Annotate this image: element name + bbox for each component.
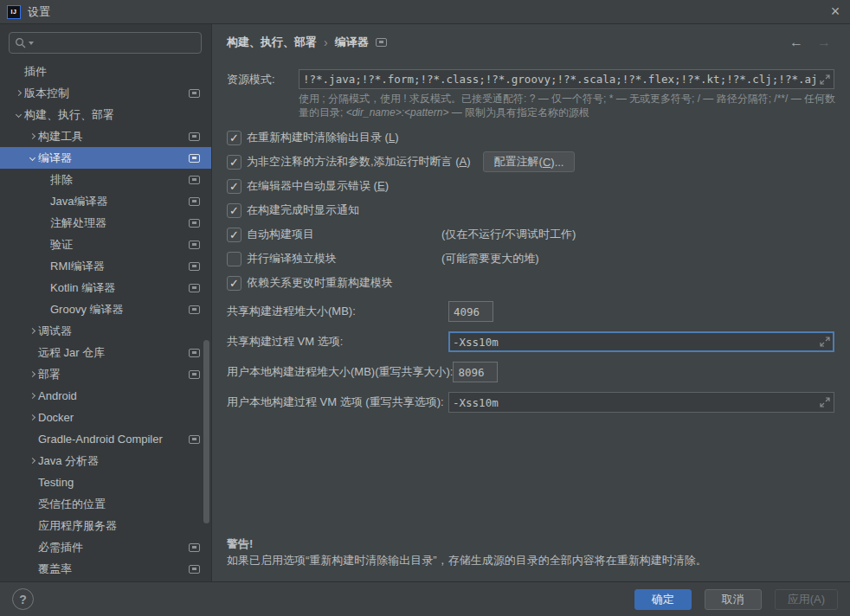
tree-chevron-icon[interactable] [26, 329, 38, 333]
display-errors-checkbox[interactable]: ✓ [227, 179, 241, 194]
sidebar-tree-item[interactable]: 排除 [0, 169, 212, 190]
tree-chevron-icon[interactable] [38, 307, 50, 311]
tree-chevron-icon[interactable] [12, 69, 24, 74]
sidebar-tree-item[interactable]: 版本控制 [0, 82, 212, 104]
tree-chevron-icon[interactable] [26, 523, 38, 528]
sidebar-tree-item[interactable]: Java编译器 [0, 190, 212, 212]
settings-search-box[interactable] [9, 32, 202, 54]
build-project-automatically-checkbox[interactable]: ✓ [227, 228, 241, 242]
resource-patterns-label: 资源模式: [227, 72, 299, 87]
tree-chevron-icon[interactable] [26, 394, 38, 398]
sidebar-tree-item[interactable]: 插件 [0, 61, 212, 82]
tree-chevron-icon[interactable] [38, 177, 50, 182]
settings-page-icon [189, 543, 200, 552]
tree-item-label: 排除 [50, 172, 73, 188]
settings-page-icon [376, 38, 387, 47]
user-heap-size-input[interactable] [458, 363, 493, 382]
checkbox-label: 在构建完成时显示通知 [247, 202, 359, 218]
expand-field-icon[interactable] [820, 337, 830, 347]
configure-annotations-button[interactable]: 配置注解(C)... [483, 151, 576, 172]
sidebar-tree-item[interactable]: 应用程序服务器 [0, 515, 212, 536]
settings-dialog: IJ 设置 × 插件 版本控制 构建、执行、部署 [0, 0, 850, 616]
sidebar-tree-item[interactable]: Gradle-Android Compiler [0, 428, 212, 450]
tree-chevron-icon[interactable] [26, 415, 38, 420]
back-arrow-icon[interactable]: ← [789, 35, 803, 50]
settings-page-icon [189, 241, 200, 249]
resource-patterns-input[interactable] [303, 73, 816, 86]
tree-chevron-icon[interactable] [38, 264, 50, 268]
sidebar-tree-item[interactable]: 远程 Jar 仓库 [0, 342, 212, 363]
tree-chevron-icon[interactable] [26, 134, 38, 138]
settings-page-icon [189, 370, 200, 379]
sidebar-tree-item[interactable]: Testing [0, 472, 212, 493]
clear-output-directory-checkbox[interactable]: ✓ [227, 131, 241, 145]
ok-button[interactable]: 确定 [634, 589, 692, 610]
tree-chevron-icon[interactable] [12, 112, 24, 117]
checkbox-label: 在重新构建时清除输出目录 (L) [247, 130, 399, 145]
tree-chevron-icon[interactable] [26, 156, 38, 160]
expand-field-icon[interactable] [820, 397, 830, 407]
tree-chevron-icon[interactable] [38, 199, 50, 203]
search-input[interactable] [34, 37, 196, 49]
tree-chevron-icon[interactable] [12, 91, 24, 95]
sidebar-tree-item[interactable]: 构建、执行、部署 [0, 104, 212, 125]
apply-button[interactable]: 应用(A) [775, 589, 838, 610]
tree-chevron-icon[interactable] [26, 459, 38, 463]
tree-chevron-icon[interactable] [26, 350, 38, 355]
sidebar-tree-item[interactable]: Android [0, 385, 212, 407]
tree-chevron-icon[interactable] [38, 286, 50, 290]
sidebar-tree-item[interactable]: 必需插件 [0, 536, 212, 558]
checkbox-note: (可能需要更大的堆) [441, 251, 539, 266]
sidebar-tree-item[interactable]: 覆盖率 [0, 558, 212, 580]
tree-chevron-icon[interactable] [26, 502, 38, 506]
runtime-assertions-checkbox[interactable]: ✓ [227, 155, 241, 170]
shared-heap-size-field [448, 301, 493, 322]
forward-arrow-icon[interactable]: → [817, 35, 831, 50]
cancel-button[interactable]: 取消 [705, 589, 762, 610]
sidebar-tree-item[interactable]: RMI编译器 [0, 255, 212, 277]
tree-chevron-icon[interactable] [26, 480, 38, 484]
user-vm-options-row: 用户本地构建过程 VM 选项 (重写共享选项): [227, 392, 834, 413]
close-icon[interactable]: × [821, 0, 850, 24]
tree-item-label: RMI编译器 [50, 259, 105, 274]
shared-heap-size-row: 共享构建进程堆大小(MB): [227, 301, 834, 322]
tree-chevron-icon[interactable] [38, 221, 50, 225]
breadcrumb-build-execution-deployment[interactable]: 构建、执行、部署 [227, 35, 317, 50]
sidebar-tree-item[interactable]: 构建工具 [0, 125, 212, 147]
sidebar-tree-item[interactable]: Java 分析器 [0, 450, 212, 472]
tree-item-label: 版本控制 [24, 86, 69, 101]
parallel-compile-checkbox[interactable] [227, 252, 241, 266]
help-icon[interactable]: ? [12, 588, 34, 610]
sidebar-tree-item[interactable]: Docker [0, 407, 212, 428]
hint-italic-text: <dir_name>:<pattern> [346, 106, 449, 119]
shared-heap-size-input[interactable] [454, 302, 488, 321]
sidebar-tree-item[interactable]: 部署 [0, 363, 212, 385]
sidebar-scrollbar-thumb[interactable] [203, 340, 209, 523]
sidebar-tree-item[interactable]: 编译器 [0, 147, 212, 169]
settings-page-icon [189, 154, 200, 163]
settings-tree: 插件 版本控制 构建、执行、部署 构建工具 编译器 排除 [0, 61, 212, 581]
dialog-buttons: 确定 取消 应用(A) [634, 589, 838, 610]
user-vm-options-input[interactable] [453, 396, 816, 409]
tree-chevron-icon[interactable] [26, 545, 38, 549]
sidebar-tree-item[interactable]: 注解处理器 [0, 212, 212, 234]
shared-heap-size-label: 共享构建进程堆大小(MB): [227, 304, 448, 319]
expand-field-icon[interactable] [820, 74, 830, 85]
tree-item-label: Gradle-Android Compiler [38, 433, 163, 446]
sidebar-tree-item[interactable]: 调试器 [0, 320, 212, 342]
sidebar-tree-item[interactable]: 受信任的位置 [0, 493, 212, 515]
tree-chevron-icon[interactable] [26, 372, 38, 376]
sidebar-tree-item[interactable]: Groovy 编译器 [0, 298, 212, 320]
settings-scroll-area: 资源模式: 使用 ; 分隔模式，使用 ! 求反模式。已接受通配符: ? — 仅一… [213, 69, 850, 568]
shared-vm-options-input[interactable] [453, 336, 816, 349]
tree-chevron-icon[interactable] [26, 567, 38, 571]
tree-chevron-icon[interactable] [26, 437, 38, 441]
tree-chevron-icon[interactable] [38, 242, 50, 247]
sidebar-tree-item[interactable]: 验证 [0, 234, 212, 255]
settings-page-icon [189, 197, 200, 206]
rebuild-on-dependency-change-checkbox[interactable]: ✓ [227, 276, 241, 291]
warning-title: 警告! [227, 536, 834, 552]
build-notification-checkbox[interactable]: ✓ [227, 203, 241, 218]
sidebar-tree-item[interactable]: Kotlin 编译器 [0, 277, 212, 298]
build-project-automatically-row: ✓ 自动构建项目 (仅在不运行/不调试时工作) [227, 224, 834, 245]
